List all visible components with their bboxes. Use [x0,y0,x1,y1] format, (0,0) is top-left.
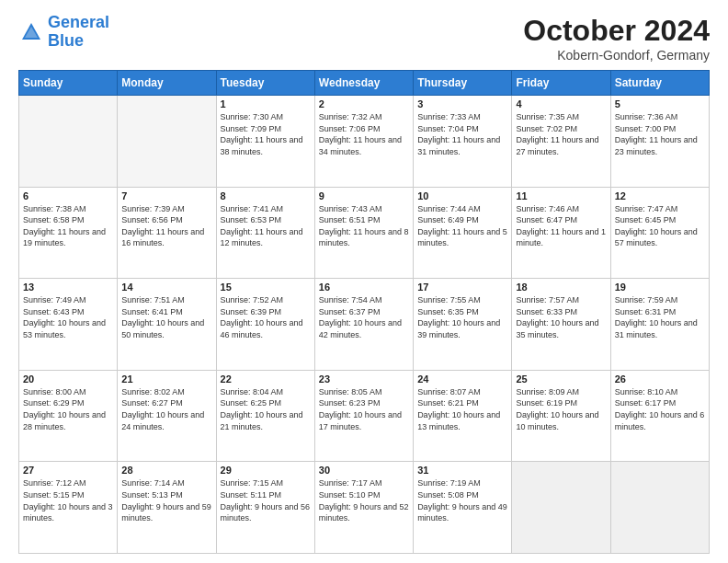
calendar-cell: 28Sunrise: 7:14 AM Sunset: 5:13 PM Dayli… [118,462,216,554]
logo-line1: General [48,13,109,31]
day-number: 14 [121,282,211,293]
day-number: 13 [23,282,113,293]
week-row-3: 13Sunrise: 7:49 AM Sunset: 6:43 PM Dayli… [19,279,710,371]
day-number: 15 [221,282,311,293]
weekday-header-sunday: Sunday [19,71,118,96]
calendar-cell: 8Sunrise: 7:41 AM Sunset: 6:53 PM Daylig… [216,187,314,279]
day-info: Sunrise: 8:09 AM Sunset: 6:19 PM Dayligh… [516,386,606,432]
weekday-header-tuesday: Tuesday [216,71,314,96]
day-number: 24 [417,373,507,385]
day-info: Sunrise: 7:17 AM Sunset: 5:10 PM Dayligh… [319,477,409,523]
day-info: Sunrise: 7:55 AM Sunset: 6:35 PM Dayligh… [417,294,507,340]
day-number: 10 [417,190,507,201]
calendar-cell: 31Sunrise: 7:19 AM Sunset: 5:08 PM Dayli… [414,462,512,554]
day-info: Sunrise: 7:36 AM Sunset: 7:00 PM Dayligh… [615,111,705,157]
day-info: Sunrise: 7:52 AM Sunset: 6:39 PM Dayligh… [221,294,311,340]
weekday-header-row: SundayMondayTuesdayWednesdayThursdayFrid… [19,71,710,96]
calendar-cell: 11Sunrise: 7:46 AM Sunset: 6:47 PM Dayli… [512,187,610,279]
calendar-cell: 9Sunrise: 7:43 AM Sunset: 6:51 PM Daylig… [314,187,413,279]
day-info: Sunrise: 8:05 AM Sunset: 6:23 PM Dayligh… [319,386,409,432]
day-info: Sunrise: 7:19 AM Sunset: 5:08 PM Dayligh… [417,477,507,523]
page: General Blue October 2024 Kobern-Gondorf… [0,0,728,563]
day-number: 29 [221,465,311,476]
weekday-header-thursday: Thursday [414,71,512,96]
month-title: October 2024 [523,14,710,48]
day-info: Sunrise: 7:12 AM Sunset: 5:15 PM Dayligh… [23,477,113,523]
day-number: 31 [417,465,507,476]
day-number: 16 [319,282,409,293]
day-info: Sunrise: 7:32 AM Sunset: 7:06 PM Dayligh… [319,111,409,157]
location-subtitle: Kobern-Gondorf, Germany [523,48,710,63]
day-number: 1 [221,98,311,109]
calendar-cell: 13Sunrise: 7:49 AM Sunset: 6:43 PM Dayli… [19,279,118,371]
day-info: Sunrise: 7:35 AM Sunset: 7:02 PM Dayligh… [516,111,606,157]
day-info: Sunrise: 8:10 AM Sunset: 6:17 PM Dayligh… [615,386,705,432]
day-info: Sunrise: 8:00 AM Sunset: 6:29 PM Dayligh… [23,386,113,432]
day-info: Sunrise: 7:30 AM Sunset: 7:09 PM Dayligh… [221,111,311,157]
logo: General Blue [18,14,109,51]
weekday-header-wednesday: Wednesday [314,71,413,96]
day-number: 23 [319,373,409,385]
day-info: Sunrise: 8:04 AM Sunset: 6:25 PM Dayligh… [221,386,311,432]
calendar-cell: 18Sunrise: 7:57 AM Sunset: 6:33 PM Dayli… [512,279,610,371]
calendar-cell: 4Sunrise: 7:35 AM Sunset: 7:02 PM Daylig… [512,96,610,188]
day-info: Sunrise: 7:39 AM Sunset: 6:56 PM Dayligh… [121,203,211,249]
day-number: 6 [23,190,113,201]
day-info: Sunrise: 7:41 AM Sunset: 6:53 PM Dayligh… [221,203,311,249]
day-number: 8 [221,190,311,201]
day-info: Sunrise: 7:59 AM Sunset: 6:31 PM Dayligh… [615,294,705,340]
calendar-cell: 7Sunrise: 7:39 AM Sunset: 6:56 PM Daylig… [118,187,216,279]
day-info: Sunrise: 8:07 AM Sunset: 6:21 PM Dayligh… [417,386,507,432]
logo-line2: Blue [48,31,84,50]
calendar-cell [118,96,216,188]
day-info: Sunrise: 7:49 AM Sunset: 6:43 PM Dayligh… [23,294,113,340]
week-row-2: 6Sunrise: 7:38 AM Sunset: 6:58 PM Daylig… [19,187,710,279]
calendar-cell: 6Sunrise: 7:38 AM Sunset: 6:58 PM Daylig… [19,187,118,279]
calendar-cell [19,96,118,188]
header: General Blue October 2024 Kobern-Gondorf… [18,14,710,63]
day-info: Sunrise: 7:38 AM Sunset: 6:58 PM Dayligh… [23,203,113,249]
day-number: 4 [516,98,606,109]
day-number: 12 [615,190,705,201]
day-info: Sunrise: 7:57 AM Sunset: 6:33 PM Dayligh… [516,294,606,340]
calendar-cell: 26Sunrise: 8:10 AM Sunset: 6:17 PM Dayli… [610,370,709,462]
calendar-cell: 19Sunrise: 7:59 AM Sunset: 6:31 PM Dayli… [610,279,709,371]
week-row-1: 1Sunrise: 7:30 AM Sunset: 7:09 PM Daylig… [19,96,710,188]
calendar-table: SundayMondayTuesdayWednesdayThursdayFrid… [18,70,710,554]
day-number: 3 [417,98,507,109]
day-number: 17 [417,282,507,293]
title-section: October 2024 Kobern-Gondorf, Germany [523,14,710,63]
day-info: Sunrise: 7:14 AM Sunset: 5:13 PM Dayligh… [121,477,211,523]
day-number: 21 [121,373,211,385]
day-number: 27 [23,465,113,476]
day-number: 11 [516,190,606,201]
calendar-cell: 24Sunrise: 8:07 AM Sunset: 6:21 PM Dayli… [414,370,512,462]
day-number: 30 [319,465,409,476]
day-info: Sunrise: 7:43 AM Sunset: 6:51 PM Dayligh… [319,203,409,249]
day-info: Sunrise: 7:47 AM Sunset: 6:45 PM Dayligh… [615,203,705,249]
calendar-cell: 20Sunrise: 8:00 AM Sunset: 6:29 PM Dayli… [19,370,118,462]
calendar-cell: 10Sunrise: 7:44 AM Sunset: 6:49 PM Dayli… [414,187,512,279]
week-row-4: 20Sunrise: 8:00 AM Sunset: 6:29 PM Dayli… [19,370,710,462]
calendar-cell: 29Sunrise: 7:15 AM Sunset: 5:11 PM Dayli… [216,462,314,554]
calendar-cell: 22Sunrise: 8:04 AM Sunset: 6:25 PM Dayli… [216,370,314,462]
weekday-header-saturday: Saturday [610,71,709,96]
day-number: 5 [615,98,705,109]
day-number: 2 [319,98,409,109]
calendar-cell: 21Sunrise: 8:02 AM Sunset: 6:27 PM Dayli… [118,370,216,462]
calendar-cell: 3Sunrise: 7:33 AM Sunset: 7:04 PM Daylig… [414,96,512,188]
day-info: Sunrise: 7:46 AM Sunset: 6:47 PM Dayligh… [516,203,606,249]
logo-icon [18,19,44,45]
weekday-header-monday: Monday [118,71,216,96]
day-number: 26 [615,373,705,385]
day-number: 28 [121,465,211,476]
day-info: Sunrise: 7:44 AM Sunset: 6:49 PM Dayligh… [417,203,507,249]
calendar-cell: 5Sunrise: 7:36 AM Sunset: 7:00 PM Daylig… [610,96,709,188]
day-info: Sunrise: 7:54 AM Sunset: 6:37 PM Dayligh… [319,294,409,340]
calendar-cell: 23Sunrise: 8:05 AM Sunset: 6:23 PM Dayli… [314,370,413,462]
day-info: Sunrise: 7:33 AM Sunset: 7:04 PM Dayligh… [417,111,507,157]
day-number: 25 [516,373,606,385]
calendar-cell: 1Sunrise: 7:30 AM Sunset: 7:09 PM Daylig… [216,96,314,188]
week-row-5: 27Sunrise: 7:12 AM Sunset: 5:15 PM Dayli… [19,462,710,554]
calendar-cell: 15Sunrise: 7:52 AM Sunset: 6:39 PM Dayli… [216,279,314,371]
